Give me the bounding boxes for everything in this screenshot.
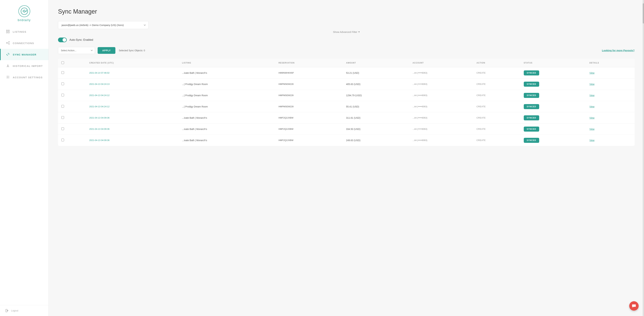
view-link[interactable]: View <box>590 116 594 119</box>
view-link[interactable]: View <box>590 94 594 97</box>
row-status: SYNCED <box>520 67 586 78</box>
row-account: ...int (•••••6063) <box>409 112 473 123</box>
row-checkbox-cell <box>58 67 86 78</box>
view-link[interactable]: View <box>590 83 594 85</box>
col-header-created-date: CREATED DATE (UTC) <box>86 59 178 67</box>
sidebar-item-sync-manager-label: SYNC MANAGER <box>13 53 36 56</box>
chevron-down-icon: ▾ <box>358 30 360 33</box>
col-header-checkbox <box>58 59 86 67</box>
row-checkbox-6[interactable] <box>62 139 64 141</box>
row-reservation: HMF2Q2JXBW <box>275 112 343 123</box>
row-account: ...int (•••••6063) <box>409 78 473 90</box>
main-content: Sync Manager jason@jweb.us (Airbnb) -> D… <box>49 0 644 316</box>
logo-icon <box>18 5 30 17</box>
row-checkbox-0[interactable] <box>62 71 64 74</box>
svg-rect-4 <box>8 31 10 33</box>
chat-bubble-button[interactable] <box>629 301 639 311</box>
row-status: SYNCED <box>520 78 586 90</box>
auto-sync-row: Auto-Sync: Enabled <box>58 37 634 42</box>
sidebar-item-connections[interactable]: CONNECTIONS <box>0 37 48 49</box>
sidebar: bnbtally LISTINGS <box>0 0 49 316</box>
row-listing: ...ivate Bath | Monarch's <box>178 112 275 123</box>
row-details: View <box>586 67 634 78</box>
sidebar-nav: LISTINGS CONNECTIONS <box>0 26 48 305</box>
row-created-date: 2021-04-13 04:09:36 <box>86 123 178 135</box>
connection-select[interactable]: jason@jweb.us (Airbnb) -> Demo Company (… <box>58 21 148 29</box>
view-link[interactable]: View <box>590 128 594 130</box>
row-account: ...int (•••••6063) <box>409 101 473 112</box>
col-header-action: ACTION <box>473 59 520 67</box>
row-account: ...int (•••••6063) <box>409 135 473 146</box>
row-action: CREATE <box>473 112 520 123</box>
table-row: 2021-04-13 04:24:12 ...| Prodigy Dream R… <box>58 101 634 112</box>
view-link[interactable]: View <box>590 139 594 142</box>
sidebar-item-sync-manager[interactable]: SYNC MANAGER <box>0 49 48 60</box>
row-action: CREATE <box>473 135 520 146</box>
row-checkbox-cell <box>58 112 86 123</box>
row-created-date: 2021-04-13 04:09:36 <box>86 112 178 123</box>
row-checkbox-cell <box>58 90 86 101</box>
connections-icon <box>6 41 10 45</box>
row-action: CREATE <box>473 78 520 90</box>
sidebar-item-listings-label: LISTINGS <box>13 30 26 33</box>
row-action: CREATE <box>473 101 520 112</box>
row-details: View <box>586 135 634 146</box>
apply-button[interactable]: APPLY <box>98 47 116 54</box>
row-checkbox-cell <box>58 101 86 112</box>
view-link[interactable]: View <box>590 72 594 74</box>
logo-area: bnbtally <box>0 0 48 26</box>
row-reservation: HMPMSEM228 <box>275 101 343 112</box>
row-action: CREATE <box>473 123 520 135</box>
table-row: 2021-04-13 04:24:13 ...| Prodigy Dream R… <box>58 78 634 90</box>
connection-selector-wrap: jason@jweb.us (Airbnb) -> Demo Company (… <box>58 21 634 29</box>
row-status: SYNCED <box>520 123 586 135</box>
row-checkbox-1[interactable] <box>62 82 64 85</box>
scroll-thumb[interactable] <box>643 3 644 23</box>
svg-point-7 <box>9 43 10 44</box>
row-listing: ...| Prodigy Dream Room <box>178 101 275 112</box>
advanced-filter-button[interactable]: Show Advanced Filter ▾ <box>333 30 360 33</box>
select-action-dropdown[interactable]: Select Action... <box>58 47 95 54</box>
row-checkbox-cell <box>58 135 86 146</box>
auto-sync-toggle[interactable] <box>58 37 67 42</box>
page-title: Sync Manager <box>58 8 634 15</box>
row-created-date: 2021-04-13 04:24:13 <box>86 78 178 90</box>
sidebar-item-historical-import[interactable]: HISTORICAL IMPORT <box>0 60 48 72</box>
row-status: SYNCED <box>520 135 586 146</box>
grid-icon <box>6 30 10 34</box>
row-account: ...int (•••••6063) <box>409 67 473 78</box>
looking-for-payouts-link[interactable]: Looking for more Payouts? <box>602 49 634 52</box>
status-badge: SYNCED <box>524 93 539 98</box>
scrollbar[interactable] <box>643 0 644 316</box>
row-checkbox-3[interactable] <box>62 105 64 108</box>
view-link[interactable]: View <box>590 105 594 108</box>
row-action: CREATE <box>473 90 520 101</box>
row-created-date: 2021-04-13 04:24:12 <box>86 90 178 101</box>
table-body: 2021-04-14 07:46:02 ...ivate Bath | Mona… <box>58 67 634 146</box>
row-checkbox-5[interactable] <box>62 127 64 130</box>
svg-point-5 <box>6 42 7 43</box>
row-details: View <box>586 101 634 112</box>
row-listing: ...ivate Bath | Monarch's <box>178 135 275 146</box>
table-row: 2021-04-13 04:09:36 ...ivate Bath | Mona… <box>58 112 634 123</box>
select-all-checkbox[interactable] <box>62 61 64 64</box>
table-header: CREATED DATE (UTC) LISTING RESERVATION A… <box>58 59 634 67</box>
sync-table: CREATED DATE (UTC) LISTING RESERVATION A… <box>58 59 634 146</box>
row-status: SYNCED <box>520 112 586 123</box>
sidebar-item-account-settings[interactable]: ACCOUNT SETTINGS <box>0 72 48 83</box>
row-reservation: HMF2Q2JXBW <box>275 135 343 146</box>
logout-label: Logout <box>11 309 18 312</box>
row-checkbox-4[interactable] <box>62 116 64 119</box>
row-amount: 53.21 (USD) <box>343 67 409 78</box>
row-listing: ...ivate Bath | Monarch's <box>178 67 275 78</box>
row-created-date: 2021-04-14 07:46:02 <box>86 67 178 78</box>
brand-name: bnbtally <box>18 18 31 22</box>
sidebar-item-listings[interactable]: LISTINGS <box>0 26 48 37</box>
logout-button[interactable]: Logout <box>0 305 48 316</box>
row-checkbox-2[interactable] <box>62 94 64 96</box>
status-badge: SYNCED <box>524 115 539 120</box>
action-bar: Select Action... APPLY Selected Sync Obj… <box>58 47 634 54</box>
table-row: 2021-04-13 04:09:36 ...ivate Bath | Mona… <box>58 123 634 135</box>
table-row: 2021-04-13 04:09:36 ...ivate Bath | Mona… <box>58 135 634 146</box>
row-created-date: 2021-04-13 04:24:12 <box>86 101 178 112</box>
